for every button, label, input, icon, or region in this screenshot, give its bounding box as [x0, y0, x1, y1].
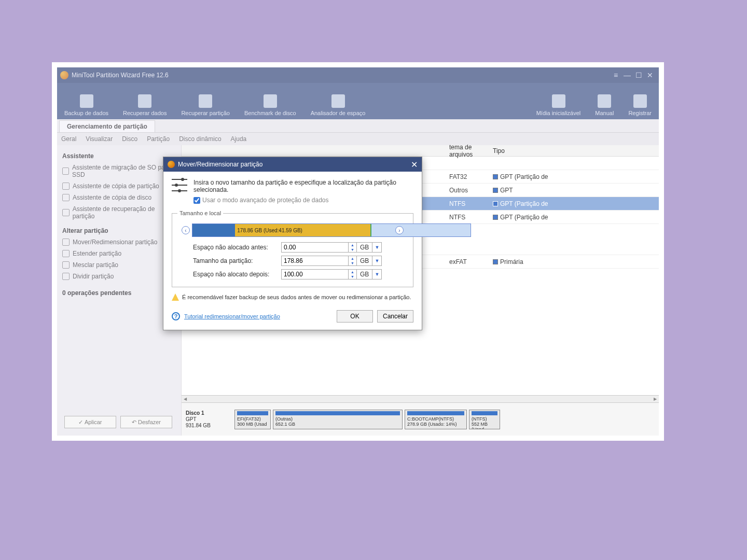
recover-data-icon — [138, 94, 151, 108]
help-icon[interactable]: ? — [172, 312, 180, 320]
wizard-icon — [62, 209, 70, 216]
disk-info: Disco 1 GPT 931.84 GB — [186, 410, 232, 429]
advanced-protection-checkbox[interactable]: Usar o modo avançado de proteção de dado… — [193, 197, 413, 204]
checkbox-input[interactable] — [193, 197, 200, 204]
disk-block[interactable]: (NTFS)552 MB (Usad — [469, 410, 500, 429]
manual-icon — [598, 94, 611, 108]
menu-view[interactable]: Visualizar — [86, 135, 113, 143]
unalloc-before-input[interactable] — [281, 242, 349, 253]
apply-button[interactable]: ✓ Aplicar — [64, 416, 116, 428]
unit-dropdown-icon[interactable]: ▼ — [372, 242, 382, 253]
wizard-icon — [62, 183, 70, 190]
warning-text: É recomendável fazer backup de seus dado… — [182, 294, 411, 300]
menu-help[interactable]: Ajuda — [231, 135, 247, 143]
move-resize-icon — [62, 239, 70, 246]
partition-swatch-icon — [493, 174, 498, 179]
benchmark-icon — [264, 94, 277, 108]
analyzer-icon — [331, 94, 345, 108]
size-location-fieldset: Tamanho e local ‹ 178.86 GB (Used:41.59 … — [172, 210, 413, 287]
sidebar-op-merge[interactable]: Mesclar partição — [61, 259, 177, 271]
toolbar-bootable-media[interactable]: Mídia inicializável — [529, 83, 588, 119]
toolbar-recover-partition[interactable]: Recuperar partição — [174, 83, 237, 119]
menu-bar: Geral Visualizar Disco Partição Disco di… — [57, 133, 659, 145]
unit-dropdown-icon[interactable]: ▼ — [372, 269, 382, 279]
partition-size-bar[interactable]: 178.86 GB (Used:41.59 GB) — [192, 223, 471, 237]
fieldset-legend: Tamanho e local — [177, 210, 223, 216]
sidebar-heading-modify: Alterar partição — [62, 227, 176, 234]
pending-ops-label: 0 operações pendentes — [62, 289, 176, 297]
toolbar-benchmark[interactable]: Benchmark de disco — [237, 83, 303, 119]
sidebar-op-move-resize[interactable]: Mover/Redimensionar partição — [61, 236, 177, 248]
toolbar-recover-data[interactable]: Recuperar dados — [116, 83, 174, 119]
menu-dynamic-disk[interactable]: Disco dinâmico — [179, 135, 221, 143]
partition-swatch-icon — [493, 188, 498, 193]
merge-icon — [62, 261, 70, 269]
toolbar-backup[interactable]: Backup de dados — [57, 83, 116, 119]
app-logo-icon — [168, 161, 175, 168]
toolbar-manual[interactable]: Manual — [588, 83, 621, 119]
tutorial-link[interactable]: Tutorial redimensionar/mover partição — [184, 313, 280, 319]
col-filesystem[interactable]: tema de arquivos — [446, 144, 493, 158]
partition-size-input[interactable] — [281, 256, 349, 266]
disk-block[interactable]: C:BOOTCAMP(NTFS)278.9 GB (Usado: 14%) — [405, 410, 467, 429]
unalloc-after-label: Espaço não alocato depois: — [193, 271, 281, 278]
titlebar: MiniTool Partition Wizard Free 12.6 ≡ — … — [57, 67, 659, 83]
menu-general[interactable]: Geral — [61, 135, 76, 143]
unalloc-after-input[interactable] — [281, 269, 349, 279]
tab-partition-management[interactable]: Gerenciamento de partição — [59, 120, 155, 132]
hamburger-icon[interactable]: ≡ — [610, 71, 621, 79]
partition-swatch-icon — [493, 215, 498, 220]
maximize-button[interactable]: ☐ — [633, 71, 644, 79]
partition-swatch-icon — [493, 259, 498, 264]
warning-icon — [172, 293, 179, 301]
recover-partition-icon — [199, 94, 212, 108]
wizard-icon — [62, 194, 70, 201]
close-button[interactable]: ✕ — [644, 71, 656, 79]
ok-button[interactable]: OK — [337, 310, 373, 323]
sidebar-wizard-copy-partition[interactable]: Assistente de cópia de partição — [61, 180, 177, 192]
wizard-icon — [62, 167, 69, 175]
extend-icon — [62, 250, 70, 257]
spinner-icon[interactable]: ▲▼ — [349, 242, 357, 253]
cancel-button[interactable]: Cancelar — [377, 310, 413, 323]
main-toolbar: Backup de dados Recuperar dados Recupera… — [57, 83, 659, 119]
menu-partition[interactable]: Partição — [147, 135, 170, 143]
move-resize-dialog: Mover/Redimensionar partição ✕ Insira o … — [163, 157, 422, 330]
col-type[interactable]: Tipo — [493, 147, 576, 155]
app-title: MiniTool Partition Wizard Free 12.6 — [72, 72, 169, 79]
unit-dropdown-icon[interactable]: ▼ — [372, 256, 382, 266]
dialog-instruction: Insira o novo tamanho da partição e espe… — [193, 179, 413, 193]
disk-block[interactable]: EFI(FAT32)300 MB (Usad — [234, 410, 271, 429]
disk-block[interactable]: (Outras)652.1 GB — [273, 410, 403, 429]
bootable-media-icon — [552, 94, 565, 108]
spinner-icon[interactable]: ▲▼ — [349, 256, 357, 266]
sidebar-wizard-copy-disk[interactable]: Assistente de cópia de disco — [61, 192, 177, 203]
handle-left-icon[interactable]: ‹ — [182, 226, 190, 234]
partition-swatch-icon — [493, 201, 498, 206]
unit-label: GB — [357, 242, 372, 253]
split-icon — [62, 273, 70, 280]
unit-label: GB — [357, 256, 372, 266]
undo-button[interactable]: ↶ Desfazer — [120, 416, 172, 428]
dialog-titlebar: Mover/Redimensionar partição ✕ — [163, 157, 422, 172]
register-icon — [633, 94, 647, 108]
unalloc-before-label: Espaço não alocado antes: — [193, 244, 281, 251]
dialog-close-icon[interactable]: ✕ — [411, 160, 418, 170]
toolbar-space-analyzer[interactable]: Analisador de espaço — [303, 83, 373, 119]
backup-icon — [80, 94, 93, 108]
tabs-row: Gerenciamento de partição — [57, 119, 659, 133]
sidebar-heading-wizard: Assistente — [62, 152, 176, 160]
sliders-icon — [172, 179, 187, 191]
disk-map: Disco 1 GPT 931.84 GB EFI(FAT32)300 MB (… — [182, 402, 659, 436]
sidebar-op-extend[interactable]: Estender partição — [61, 248, 177, 259]
toolbar-register[interactable]: Registrar — [621, 83, 659, 119]
sidebar-op-split[interactable]: Dividir partição — [61, 271, 177, 282]
sidebar-wizard-migrate-os[interactable]: Assistente de migração de SO para SSD — [61, 162, 177, 180]
handle-right-icon[interactable]: › — [395, 226, 404, 234]
minimize-button[interactable]: — — [621, 71, 633, 79]
horizontal-scrollbar[interactable] — [182, 395, 659, 402]
sidebar-wizard-recover-partition[interactable]: Assistente de recuperação de partição — [61, 203, 177, 222]
app-logo-icon — [60, 71, 68, 79]
menu-disk[interactable]: Disco — [122, 135, 137, 143]
spinner-icon[interactable]: ▲▼ — [349, 269, 357, 279]
